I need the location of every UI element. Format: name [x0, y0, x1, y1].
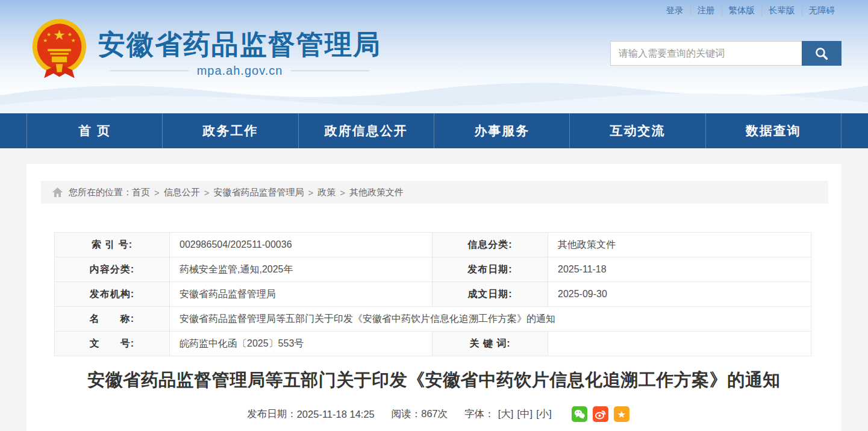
doc-number-value: 皖药监中化函〔2025〕553号	[170, 332, 432, 356]
breadcrumb: 您所在的位置： 首页 > 信息公开 > 安徽省药品监督管理局 > 政策 > 其他…	[41, 181, 828, 204]
font-size-small-button[interactable]: [小]	[536, 407, 552, 421]
weibo-share-icon[interactable]	[593, 406, 608, 422]
article-title: 安徽省药品监督管理局等五部门关于印发《安徽省中药饮片信息化追溯工作方案》的通知	[63, 368, 805, 392]
share-buttons: ★	[566, 406, 629, 422]
content-category-label: 内容分类:	[55, 257, 170, 282]
read-count: 阅读： 867次	[392, 407, 448, 421]
site-banner: 登录 注册 繁体版 长辈版 无障碍 ★ ★ ★ ★ ★ 安徽省药品监督管理局 m…	[0, 0, 868, 113]
table-row: 索 引 号: 002986504/202511-00036 信息分类: 其他政策…	[55, 233, 811, 257]
publish-date-label: 发布日期:	[432, 257, 548, 282]
site-identity: 安徽省药品监督管理局 mpa.ah.gov.cn	[98, 18, 381, 78]
font-size-label: 字体：	[464, 407, 495, 421]
index-number-value: 002986504/202511-00036	[170, 233, 432, 257]
breadcrumb-separator: >	[340, 187, 345, 198]
table-row: 发布机构: 安徽省药品监督管理局 成文日期: 2025-09-30	[55, 282, 811, 307]
content-panel: 您所在的位置： 首页 > 信息公开 > 安徽省药品监督管理局 > 政策 > 其他…	[27, 164, 841, 431]
info-category-label: 信息分类:	[432, 233, 548, 257]
national-emblem-icon: ★ ★ ★ ★ ★	[30, 18, 89, 81]
publish-org-value: 安徽省药品监督管理局	[170, 282, 432, 307]
breadcrumb-home[interactable]: 首页	[132, 187, 150, 198]
publish-datetime-label: 发布日期：	[247, 407, 297, 421]
svg-text:★: ★	[53, 27, 66, 43]
table-row: 文 号: 皖药监中化函〔2025〕553号 关 键 词:	[55, 332, 811, 356]
search-button[interactable]	[802, 41, 841, 66]
traditional-chinese-link[interactable]: 繁体版	[722, 5, 763, 16]
font-size-medium-button[interactable]: [中]	[517, 407, 532, 421]
table-row: 内容分类: 药械安全监管,通知,2025年 发布日期: 2025-11-18	[55, 257, 811, 282]
search-icon	[814, 46, 829, 61]
login-link[interactable]: 登录	[660, 5, 691, 16]
content-category-value: 药械安全监管,通知,2025年	[170, 257, 432, 282]
article-meta-bar: 发布日期： 2025-11-18 14:25 阅读： 867次 字体： [大] …	[27, 406, 841, 422]
site-title: 安徽省药品监督管理局	[98, 29, 381, 60]
qzone-star-glyph: ★	[617, 409, 626, 420]
wechat-share-icon[interactable]	[572, 406, 587, 422]
index-number-label: 索 引 号:	[55, 233, 170, 257]
svg-text:★: ★	[43, 37, 48, 43]
keyword-label: 关 键 词:	[432, 332, 548, 356]
read-count-label: 阅读：	[392, 407, 422, 421]
publish-date-value: 2025-11-18	[548, 257, 811, 282]
accessibility-link[interactable]: 无障碍	[802, 5, 842, 16]
search-input[interactable]	[610, 41, 802, 66]
doc-name-label: 名 称:	[55, 307, 170, 332]
doc-name-value: 安徽省药品监督管理局等五部门关于印发《安徽省中药饮片信息化追溯工作方案》的通知	[170, 307, 811, 332]
nav-item-info-disclosure[interactable]: 政府信息公开	[299, 113, 434, 148]
publish-datetime-value: 2025-11-18 14:25	[297, 409, 375, 420]
nav-item-services[interactable]: 办事服务	[434, 113, 570, 148]
written-date-value: 2025-09-30	[548, 282, 811, 307]
svg-text:★: ★	[46, 31, 51, 37]
top-utility-links: 登录 注册 繁体版 长辈版 无障碍	[660, 5, 842, 16]
keyword-value	[548, 332, 811, 356]
nav-item-government-work[interactable]: 政务工作	[163, 113, 298, 148]
nav-item-home[interactable]: 首 页	[27, 113, 163, 148]
breadcrumb-info-disclosure[interactable]: 信息公开	[164, 187, 200, 198]
breadcrumb-separator: >	[308, 187, 314, 198]
qzone-share-icon[interactable]: ★	[614, 406, 629, 422]
doc-number-label: 文 号:	[55, 332, 170, 356]
site-logo: ★ ★ ★ ★ ★ 安徽省药品监督管理局 mpa.ah.gov.cn	[30, 18, 381, 81]
breadcrumb-other-policy-docs[interactable]: 其他政策文件	[349, 187, 404, 198]
font-size-controls: 字体： [大] [中] [小]	[464, 407, 552, 421]
senior-version-link[interactable]: 长辈版	[762, 5, 802, 16]
register-link[interactable]: 注册	[691, 5, 722, 16]
site-url: mpa.ah.gov.cn	[98, 64, 381, 78]
main-navigation: 首 页 政务工作 政府信息公开 办事服务 互动交流 数据查询	[0, 113, 868, 148]
read-count-value: 867次	[421, 407, 448, 421]
svg-text:★: ★	[67, 31, 72, 37]
breadcrumb-prefix: 您所在的位置：	[69, 187, 132, 198]
breadcrumb-separator: >	[204, 187, 210, 198]
document-meta-table: 索 引 号: 002986504/202511-00036 信息分类: 其他政策…	[54, 232, 811, 356]
site-search	[610, 41, 841, 66]
table-row: 名 称: 安徽省药品监督管理局等五部门关于印发《安徽省中药饮片信息化追溯工作方案…	[55, 307, 811, 332]
publish-org-label: 发布机构:	[55, 282, 170, 307]
nav-item-interaction[interactable]: 互动交流	[570, 113, 705, 148]
svg-text:★: ★	[71, 37, 76, 43]
written-date-label: 成文日期:	[432, 282, 548, 307]
breadcrumb-policy[interactable]: 政策	[317, 187, 336, 198]
nav-item-data-query[interactable]: 数据查询	[706, 113, 841, 148]
breadcrumb-agency[interactable]: 安徽省药品监督管理局	[214, 187, 304, 198]
home-icon	[52, 187, 63, 198]
info-category-value: 其他政策文件	[548, 233, 811, 257]
font-size-large-button[interactable]: [大]	[498, 407, 514, 421]
publish-datetime: 发布日期： 2025-11-18 14:25	[247, 407, 375, 421]
nav-items-row: 首 页 政务工作 政府信息公开 办事服务 互动交流 数据查询	[27, 113, 841, 148]
breadcrumb-separator: >	[154, 187, 160, 198]
